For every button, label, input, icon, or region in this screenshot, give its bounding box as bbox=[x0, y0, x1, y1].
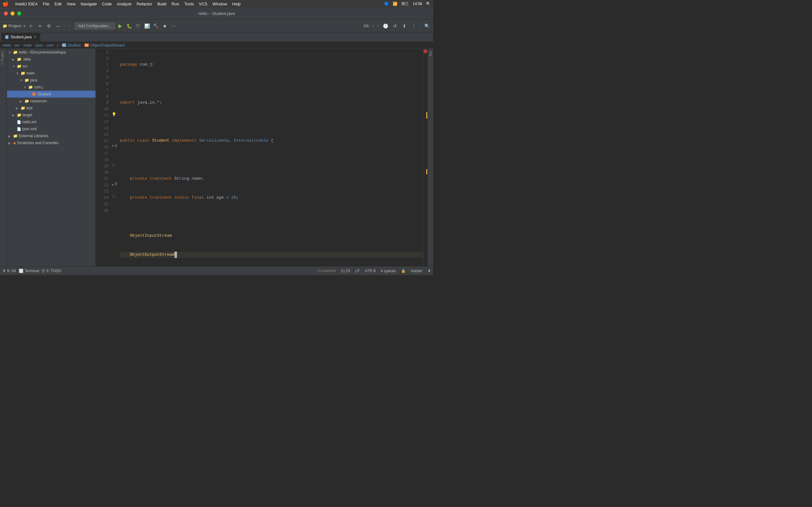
project-label[interactable]: Project bbox=[9, 23, 21, 28]
menu-file[interactable]: File bbox=[43, 2, 49, 6]
tree-item-main[interactable]: ▼ 📁 main bbox=[7, 70, 96, 77]
git-status-btn[interactable]: ⬆ 9: Git bbox=[3, 269, 16, 273]
left-sidebar: 1: Project bbox=[0, 49, 7, 266]
breadcrumb-sep-6: › bbox=[59, 43, 61, 48]
bulb-icon[interactable]: 💡 bbox=[112, 112, 116, 117]
editor-content[interactable]: 1 2 3 4 5 6 7 8 9 10 11 12 13 14 15 16 1… bbox=[96, 49, 427, 266]
scrolling-btn[interactable]: ⇔ bbox=[36, 22, 44, 30]
menu-analyze[interactable]: Analyze bbox=[117, 2, 132, 6]
breadcrumb-src[interactable]: src bbox=[14, 43, 20, 48]
code-line-11: ObjectOutputStream_ bbox=[120, 251, 423, 258]
tree-item-comj[interactable]: ▼ 📁 com.j bbox=[7, 83, 96, 91]
fold-19-icon[interactable]: [-] bbox=[112, 163, 115, 166]
position-indicator[interactable]: 11:23 bbox=[341, 269, 350, 273]
terminal-icon: ⬜ bbox=[19, 269, 23, 273]
tree-item-iml[interactable]: 📄 netts.iml bbox=[7, 118, 96, 125]
menu-help[interactable]: Help bbox=[232, 2, 241, 6]
add-to-project-btn[interactable]: 🞡 bbox=[27, 22, 35, 30]
project-dropdown-icon[interactable]: ▼ bbox=[22, 24, 26, 28]
push-notifications-icon[interactable]: ⬆ bbox=[427, 269, 431, 273]
tab-student-java[interactable]: J Student.java ✕ bbox=[1, 33, 40, 41]
tree-item-src[interactable]: ▼ 📁 src bbox=[7, 63, 96, 70]
breadcrumb-student[interactable]: Student bbox=[67, 43, 81, 48]
arrow-ext-libs: ▶ bbox=[8, 134, 12, 138]
tree-label-comj: com.j bbox=[34, 85, 43, 89]
tree-item-netts[interactable]: ▼ 📁 netts ~/Documents/workspa bbox=[7, 49, 96, 56]
git-more-btn[interactable]: ⋮ bbox=[410, 22, 418, 30]
menu-intellij[interactable]: IntelliJ IDEA bbox=[15, 2, 38, 6]
menu-vcs[interactable]: VCS bbox=[199, 2, 207, 6]
tree-item-pom[interactable]: 📄 pom.xml bbox=[7, 125, 96, 132]
back-arrow[interactable]: ← bbox=[67, 24, 71, 28]
run-button[interactable]: ▶ bbox=[116, 22, 124, 30]
menu-window[interactable]: Window bbox=[212, 2, 227, 6]
maximize-button[interactable] bbox=[17, 11, 21, 15]
project-folder-icon: 📁 bbox=[3, 24, 7, 28]
arrow-idea: ▶ bbox=[12, 58, 16, 61]
tree-item-java[interactable]: ▼ 📁 java bbox=[7, 77, 96, 83]
menu-run[interactable]: Run bbox=[171, 2, 179, 6]
tree-item-idea[interactable]: ▶ 📁 .idea bbox=[7, 56, 96, 63]
breadcrumb-com[interactable]: com bbox=[46, 43, 54, 48]
fold-24-icon[interactable]: [-] bbox=[112, 194, 115, 198]
breadcrumb-netts[interactable]: netts bbox=[3, 43, 11, 48]
menu-build[interactable]: Build bbox=[157, 2, 166, 6]
tree-item-resources[interactable]: ▶ 📁 resources bbox=[7, 98, 96, 105]
override-22-icon[interactable]: ● bbox=[112, 182, 113, 187]
arrow-main: ▼ bbox=[16, 72, 20, 75]
code-editor[interactable]: package com.j; import java.io.*; public … bbox=[117, 49, 423, 266]
indent-display[interactable]: 4 spaces bbox=[380, 269, 396, 273]
git-revert-btn[interactable]: ↺ bbox=[391, 22, 399, 30]
breadcrumb-java[interactable]: java bbox=[36, 43, 43, 48]
sidebar-project-label[interactable]: 1: Project bbox=[0, 50, 7, 66]
todo-btn[interactable]: ☰ 6: TODO bbox=[42, 269, 61, 273]
menu-navigate[interactable]: Navigate bbox=[81, 2, 97, 6]
menu-edit[interactable]: Edit bbox=[55, 2, 61, 6]
hide-btn[interactable]: — bbox=[54, 22, 61, 30]
breadcrumb-main[interactable]: main bbox=[23, 43, 32, 48]
apple-menu[interactable]: 🍎 bbox=[3, 1, 9, 7]
coverage-btn[interactable]: 🛡 bbox=[134, 22, 142, 30]
tree-item-student[interactable]: Student bbox=[7, 91, 96, 98]
profile-btn[interactable]: 📊 bbox=[143, 22, 151, 30]
build-btn[interactable]: 🔨 bbox=[152, 22, 159, 30]
tree-item-test[interactable]: ▶ 📁 test bbox=[7, 105, 96, 112]
tree-item-scratches[interactable]: ▶ ◉ Scratches and Consoles bbox=[7, 139, 96, 147]
breadcrumb-oos[interactable]: ObjectOutputStream bbox=[90, 43, 125, 48]
tree-label-ext-libs: External Libraries bbox=[19, 134, 48, 138]
tab-close-btn[interactable]: ✕ bbox=[34, 35, 37, 39]
debug-btn[interactable]: 🐛 bbox=[125, 22, 133, 30]
ant-label[interactable]: Ant bbox=[429, 51, 432, 56]
arrow-scratches: ▶ bbox=[8, 141, 12, 145]
minimize-button[interactable] bbox=[10, 11, 14, 15]
close-button[interactable] bbox=[4, 11, 8, 15]
menu-tools[interactable]: Tools bbox=[184, 2, 194, 6]
settings-btn[interactable]: ⚙ bbox=[45, 22, 53, 30]
menu-refactor[interactable]: Refactor bbox=[137, 2, 152, 6]
menu-code[interactable]: Code bbox=[102, 2, 112, 6]
more-btn[interactable]: ⋯ bbox=[170, 22, 177, 30]
stop-btn[interactable]: ■ bbox=[161, 22, 168, 30]
git-history-btn[interactable]: 🕐 bbox=[382, 22, 389, 30]
search-btn[interactable]: 🔍 bbox=[423, 22, 431, 30]
search-icon[interactable]: 🔍 bbox=[426, 2, 431, 6]
git-tick-icon[interactable]: ✓ bbox=[376, 24, 380, 28]
git-check-icon[interactable]: ✓ bbox=[371, 24, 374, 28]
tree-item-target[interactable]: ▶ 📁 target bbox=[7, 112, 96, 118]
add-config-button[interactable]: Add Configuration... bbox=[74, 22, 115, 30]
breadcrumb-oos-icon: m bbox=[84, 43, 89, 47]
tree-item-ext-libs[interactable]: ▶ 📁 External Libraries bbox=[7, 132, 96, 139]
breadcrumb-j[interactable]: j bbox=[57, 43, 58, 48]
override-16-icon[interactable]: ● bbox=[112, 144, 113, 147]
line-ending[interactable]: LF bbox=[355, 269, 360, 273]
terminal-btn[interactable]: ⬜ Terminal bbox=[19, 269, 39, 273]
menubar-right: 🔵 📶 周三 14:58 🔍 bbox=[384, 1, 431, 7]
breadcrumb-sep-3: › bbox=[33, 43, 34, 48]
menu-view[interactable]: View bbox=[67, 2, 75, 6]
encoding[interactable]: UTF-8 bbox=[365, 269, 375, 273]
java-file-icon: J bbox=[5, 35, 9, 39]
vcs-icon: 🔒 bbox=[401, 269, 406, 273]
git-push-btn[interactable]: ⬆ bbox=[401, 22, 408, 30]
git-branch[interactable]: master bbox=[411, 269, 422, 273]
code-line-6 bbox=[120, 157, 423, 163]
